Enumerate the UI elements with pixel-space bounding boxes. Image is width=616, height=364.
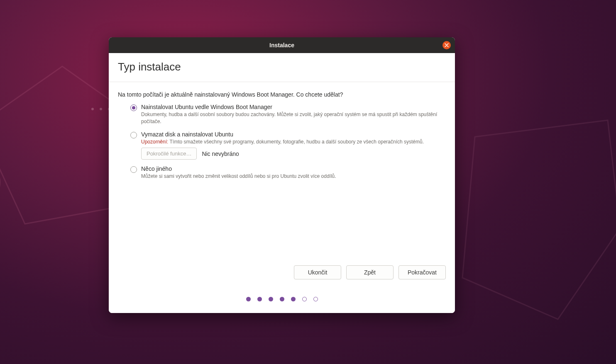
installer-window: Instalace Typ instalace Na tomto počítač… — [109, 37, 455, 313]
pager — [109, 287, 455, 313]
option-label: Vymazat disk a nainstalovat Ubuntu — [141, 131, 446, 138]
warning-prefix: Upozornění: — [141, 139, 168, 145]
footer-buttons: Ukončit Zpět Pokračovat — [109, 260, 455, 287]
continue-button[interactable]: Pokračovat — [398, 265, 446, 279]
option-something-else[interactable]: Něco jiného Můžete si sami vytvořit nebo… — [130, 165, 446, 180]
quit-button[interactable]: Ukončit — [294, 265, 341, 279]
option-erase-disk[interactable]: Vymazat disk a nainstalovat Ubuntu Upozo… — [130, 131, 446, 160]
pager-dot — [269, 297, 273, 301]
close-button[interactable] — [442, 41, 451, 49]
radio-something-else[interactable] — [130, 166, 137, 173]
page-title: Typ instalace — [118, 61, 446, 73]
radio-erase-disk[interactable] — [130, 132, 137, 138]
pager-dot — [302, 297, 307, 301]
pager-dot — [291, 297, 296, 301]
radio-install-alongside[interactable] — [130, 104, 137, 111]
background-vector-right — [450, 104, 616, 332]
advanced-status: Nic nevybráno — [202, 150, 239, 157]
window-title: Instalace — [269, 42, 294, 49]
option-label: Něco jiného — [141, 165, 446, 172]
page-header: Typ instalace — [109, 53, 455, 82]
close-icon — [445, 43, 449, 47]
warning-text: Tímto smažete všechny své programy, doku… — [168, 139, 424, 145]
option-install-alongside[interactable]: Nainstalovat Ubuntu vedle Windows Boot M… — [130, 104, 446, 125]
option-desc: Dokumenty, hudba a další osobní soubory … — [141, 111, 446, 125]
intro-text: Na tomto počítači je aktuálně nainstalov… — [118, 91, 446, 98]
options-group: Nainstalovat Ubuntu vedle Windows Boot M… — [118, 104, 446, 180]
content-area: Typ instalace Na tomto počítači je aktuá… — [109, 53, 455, 313]
pager-dot — [313, 297, 318, 301]
back-button[interactable]: Zpět — [346, 265, 394, 279]
option-desc: Upozornění: Tímto smažete všechny své pr… — [141, 138, 446, 146]
option-label: Nainstalovat Ubuntu vedle Windows Boot M… — [141, 104, 446, 110]
advanced-features-button[interactable]: Pokročilé funkce… — [141, 148, 197, 160]
advanced-row: Pokročilé funkce… Nic nevybráno — [141, 148, 446, 160]
pager-dot — [280, 297, 284, 301]
titlebar: Instalace — [109, 37, 455, 53]
body-area: Na tomto počítači je aktuálně nainstalov… — [109, 82, 455, 260]
pager-dot — [257, 297, 262, 301]
pager-dot — [246, 297, 251, 301]
option-desc: Můžete si sami vytvořit nebo změnit veli… — [141, 173, 446, 180]
